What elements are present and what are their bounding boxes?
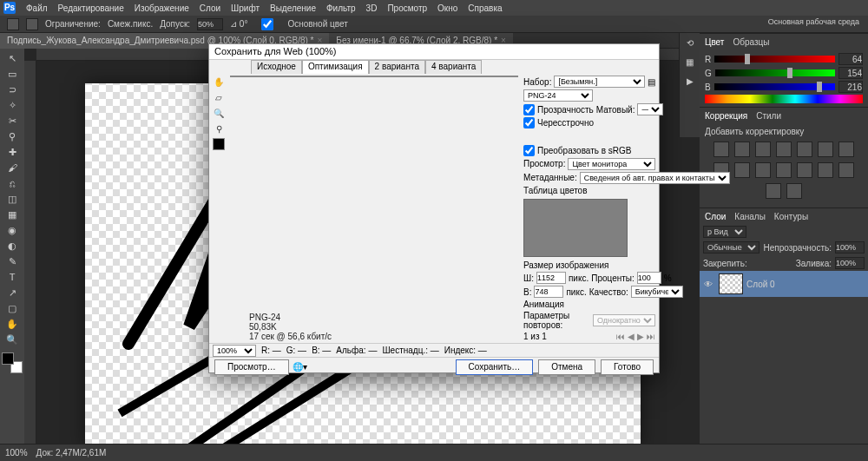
preview-area[interactable] bbox=[230, 76, 518, 77]
cancel-button[interactable]: Отмена bbox=[538, 359, 595, 375]
menu-icon[interactable]: ▤ bbox=[648, 77, 655, 87]
preview-button[interactable]: Просмотр… bbox=[214, 359, 289, 375]
blur-tool[interactable]: ◉ bbox=[2, 222, 23, 238]
layer-name[interactable]: Слой 0 bbox=[746, 280, 775, 289]
adj-icon[interactable] bbox=[713, 142, 729, 157]
menu-item[interactable]: Фильтр bbox=[326, 3, 356, 13]
history-icon[interactable]: ⟲ bbox=[681, 35, 699, 52]
adj-icon[interactable] bbox=[755, 162, 771, 178]
adj-icon[interactable] bbox=[818, 142, 833, 157]
interlace-check[interactable] bbox=[523, 117, 535, 128]
angle-value[interactable]: ⊿ 0° bbox=[230, 19, 247, 29]
b-input[interactable] bbox=[838, 81, 863, 93]
tab-4up[interactable]: 4 варианта bbox=[425, 60, 482, 74]
pct-input[interactable] bbox=[637, 272, 661, 284]
height-input[interactable] bbox=[534, 286, 563, 298]
adj-icon[interactable] bbox=[786, 183, 802, 199]
lasso-tool[interactable]: ⊃ bbox=[2, 82, 23, 97]
brush-icon[interactable] bbox=[26, 18, 38, 30]
layer-row[interactable]: 👁 Слой 0 bbox=[700, 271, 868, 297]
tolerance-input[interactable] bbox=[197, 18, 223, 30]
tab-color[interactable]: Цвет bbox=[705, 37, 724, 47]
menu-item[interactable]: Шрифт bbox=[231, 3, 260, 13]
tab-2up[interactable]: 2 варианта bbox=[369, 60, 425, 74]
stamp-tool[interactable]: ⎌ bbox=[2, 175, 23, 191]
workspace-selector[interactable]: Основная рабочая среда bbox=[763, 16, 865, 28]
menu-item[interactable]: Справка bbox=[468, 3, 502, 13]
menu-item[interactable]: 3D bbox=[366, 3, 378, 13]
layer-thumb[interactable] bbox=[719, 273, 743, 294]
zoom-tool-icon[interactable]: 🔍 bbox=[212, 107, 226, 121]
menu-item[interactable]: Редактирование bbox=[58, 3, 124, 13]
tool-preset-icon[interactable] bbox=[7, 18, 19, 30]
eraser-tool[interactable]: ◫ bbox=[2, 191, 23, 207]
marquee-tool[interactable]: ▭ bbox=[2, 66, 23, 82]
tab-layers[interactable]: Слои bbox=[705, 212, 726, 221]
type-tool[interactable]: T bbox=[2, 269, 23, 285]
adj-icon[interactable] bbox=[776, 162, 792, 178]
zoom-level[interactable]: 100% bbox=[5, 448, 28, 458]
g-input[interactable] bbox=[838, 67, 863, 79]
adj-icon[interactable] bbox=[838, 162, 854, 178]
width-input[interactable] bbox=[536, 272, 566, 284]
wand-tool[interactable]: ✧ bbox=[2, 97, 23, 113]
tab-paths[interactable]: Контуры bbox=[774, 212, 808, 221]
slice-tool-icon[interactable]: ▱ bbox=[212, 91, 226, 105]
menu-item[interactable]: Выделение bbox=[270, 3, 316, 13]
color-ramp[interactable] bbox=[705, 95, 863, 103]
heal-tool[interactable]: ✚ bbox=[2, 144, 23, 160]
format-select[interactable]: PNG-24 bbox=[523, 89, 593, 102]
move-tool[interactable]: ↖ bbox=[2, 50, 23, 66]
shape-tool[interactable]: ▢ bbox=[2, 300, 23, 316]
hand-tool[interactable]: ✋ bbox=[2, 316, 23, 332]
pen-tool[interactable]: ✎ bbox=[2, 254, 23, 269]
save-button[interactable]: Сохранить… bbox=[456, 359, 534, 375]
menu-item[interactable]: Изображение bbox=[135, 3, 189, 13]
adj-icon[interactable] bbox=[734, 162, 750, 178]
adj-icon[interactable] bbox=[797, 162, 812, 178]
tab-styles[interactable]: Стили bbox=[756, 111, 781, 121]
crop-tool[interactable]: ✂ bbox=[2, 113, 23, 128]
tab-swatches[interactable]: Образцы bbox=[733, 37, 769, 47]
blend-mode[interactable]: Обычные bbox=[703, 241, 760, 254]
done-button[interactable]: Готово bbox=[601, 359, 654, 375]
fg-color[interactable] bbox=[2, 352, 14, 365]
gradient-tool[interactable]: ▦ bbox=[2, 207, 23, 222]
menu-item[interactable]: Просмотр bbox=[387, 3, 427, 13]
hand-tool-icon[interactable]: ✋ bbox=[212, 76, 226, 89]
visibility-icon[interactable]: 👁 bbox=[701, 280, 715, 289]
zoom-select[interactable]: 100% bbox=[213, 345, 256, 357]
menu-item[interactable]: Файл bbox=[26, 3, 48, 13]
tab-channels[interactable]: Каналы bbox=[734, 212, 766, 221]
tab-optimize[interactable]: Оптимизация bbox=[302, 60, 369, 74]
adj-icon[interactable] bbox=[734, 142, 750, 157]
srgb-check[interactable] bbox=[523, 145, 535, 156]
opacity-input[interactable] bbox=[835, 241, 865, 254]
limit-value[interactable]: Смеж.пикс. bbox=[108, 19, 153, 29]
path-tool[interactable]: ↗ bbox=[2, 285, 23, 300]
adj-icon[interactable] bbox=[818, 162, 833, 178]
play-icon[interactable]: ▶ bbox=[681, 73, 699, 90]
tab-source[interactable]: Исходное bbox=[251, 60, 302, 74]
matte-select[interactable]: — bbox=[637, 103, 663, 115]
menu-item[interactable]: Слои bbox=[200, 3, 220, 13]
b-slider[interactable] bbox=[714, 83, 835, 90]
browser-icon[interactable]: 🌐▾ bbox=[293, 362, 307, 372]
g-slider[interactable] bbox=[715, 69, 835, 76]
r-slider[interactable] bbox=[714, 56, 835, 63]
color-swatches[interactable] bbox=[2, 352, 23, 373]
adj-icon[interactable] bbox=[776, 142, 792, 157]
r-input[interactable] bbox=[838, 53, 863, 65]
adj-icon[interactable] bbox=[766, 183, 781, 199]
layer-filter[interactable]: р Вид bbox=[703, 226, 746, 238]
menu-item[interactable]: Окно bbox=[437, 3, 457, 13]
dodge-tool[interactable]: ◐ bbox=[2, 238, 23, 254]
adj-icon[interactable] bbox=[755, 142, 771, 157]
view-select[interactable]: Цвет монитора bbox=[568, 158, 655, 170]
transparency-check[interactable] bbox=[523, 104, 535, 115]
eyedrop-icon[interactable]: ⚲ bbox=[212, 122, 226, 136]
fill-input[interactable] bbox=[835, 257, 865, 269]
eyedropper-tool[interactable]: ⚲ bbox=[2, 128, 23, 144]
quality-select[interactable]: Бикубическая bbox=[631, 286, 683, 298]
zoom-tool[interactable]: 🔍 bbox=[2, 332, 23, 347]
